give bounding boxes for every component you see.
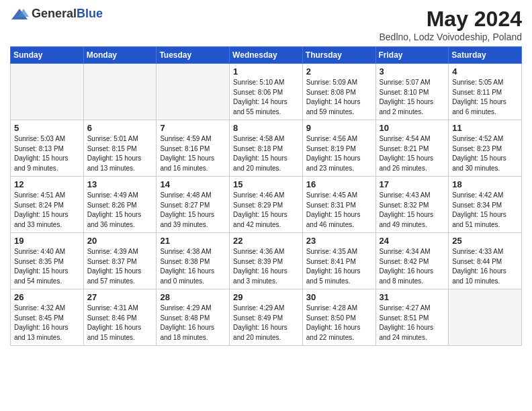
cell-info: Sunrise: 5:07 AMSunset: 8:10 PMDaylight:… xyxy=(380,78,445,117)
calendar-cell: 22Sunrise: 4:36 AMSunset: 8:39 PMDayligh… xyxy=(230,233,303,289)
day-number: 25 xyxy=(452,236,518,246)
cell-info: Sunrise: 5:10 AMSunset: 8:06 PMDaylight:… xyxy=(233,78,299,117)
calendar-week-row: 19Sunrise: 4:40 AMSunset: 8:35 PMDayligh… xyxy=(11,233,522,289)
calendar-cell: 21Sunrise: 4:38 AMSunset: 8:38 PMDayligh… xyxy=(157,233,230,289)
calendar-cell: 1Sunrise: 5:10 AMSunset: 8:06 PMDaylight… xyxy=(230,64,303,120)
day-number: 24 xyxy=(380,236,445,246)
cell-info: Sunrise: 5:05 AMSunset: 8:11 PMDaylight:… xyxy=(452,78,518,117)
calendar-cell: 25Sunrise: 4:33 AMSunset: 8:44 PMDayligh… xyxy=(449,233,522,289)
day-number: 23 xyxy=(306,236,372,246)
day-number: 4 xyxy=(452,66,518,77)
day-number: 12 xyxy=(14,179,80,189)
day-number: 1 xyxy=(233,66,299,77)
logo: GeneralBlue xyxy=(10,7,103,21)
cell-info: Sunrise: 4:32 AMSunset: 8:45 PMDaylight:… xyxy=(14,304,80,342)
weekday-header: Monday xyxy=(83,47,157,64)
day-number: 21 xyxy=(160,236,226,246)
calendar-cell: 26Sunrise: 4:32 AMSunset: 8:45 PMDayligh… xyxy=(11,289,84,346)
calendar-cell: 5Sunrise: 5:03 AMSunset: 8:13 PMDaylight… xyxy=(11,120,84,177)
calendar-cell: 2Sunrise: 5:09 AMSunset: 8:08 PMDaylight… xyxy=(302,64,375,120)
calendar-cell: 20Sunrise: 4:39 AMSunset: 8:37 PMDayligh… xyxy=(83,233,157,289)
calendar-cell: 13Sunrise: 4:49 AMSunset: 8:26 PMDayligh… xyxy=(83,177,157,233)
day-number: 2 xyxy=(306,66,372,77)
calendar-table: SundayMondayTuesdayWednesdayThursdayFrid… xyxy=(10,46,522,346)
cell-info: Sunrise: 4:48 AMSunset: 8:27 PMDaylight:… xyxy=(160,191,226,230)
calendar-cell: 4Sunrise: 5:05 AMSunset: 8:11 PMDaylight… xyxy=(449,64,522,120)
calendar-cell: 15Sunrise: 4:46 AMSunset: 8:29 PMDayligh… xyxy=(230,177,303,233)
calendar-cell: 11Sunrise: 4:52 AMSunset: 8:23 PMDayligh… xyxy=(449,120,522,177)
cell-info: Sunrise: 5:01 AMSunset: 8:15 PMDaylight:… xyxy=(87,134,153,173)
calendar-cell: 28Sunrise: 4:29 AMSunset: 8:48 PMDayligh… xyxy=(157,289,230,346)
cell-info: Sunrise: 4:34 AMSunset: 8:42 PMDaylight:… xyxy=(380,247,445,286)
cell-info: Sunrise: 4:45 AMSunset: 8:31 PMDaylight:… xyxy=(306,191,372,230)
weekday-header: Friday xyxy=(375,47,449,64)
cell-info: Sunrise: 4:54 AMSunset: 8:21 PMDaylight:… xyxy=(380,134,445,173)
calendar-cell: 16Sunrise: 4:45 AMSunset: 8:31 PMDayligh… xyxy=(302,177,375,233)
logo-blue: Blue xyxy=(77,7,103,20)
day-number: 9 xyxy=(306,123,372,133)
day-number: 5 xyxy=(14,123,80,133)
cell-info: Sunrise: 4:31 AMSunset: 8:46 PMDaylight:… xyxy=(87,304,153,342)
day-number: 14 xyxy=(160,179,226,189)
calendar-cell: 23Sunrise: 4:35 AMSunset: 8:41 PMDayligh… xyxy=(302,233,375,289)
weekday-row: SundayMondayTuesdayWednesdayThursdayFrid… xyxy=(11,47,522,64)
day-number: 17 xyxy=(380,179,445,189)
calendar-week-row: 26Sunrise: 4:32 AMSunset: 8:45 PMDayligh… xyxy=(11,289,522,346)
cell-info: Sunrise: 4:29 AMSunset: 8:48 PMDaylight:… xyxy=(160,304,226,342)
location: Bedlno, Lodz Voivodeship, Poland xyxy=(380,32,523,42)
calendar-week-row: 1Sunrise: 5:10 AMSunset: 8:06 PMDaylight… xyxy=(11,64,522,120)
cell-info: Sunrise: 4:40 AMSunset: 8:35 PMDaylight:… xyxy=(14,247,80,286)
page-header: GeneralBlue May 2024 Bedlno, Lodz Voivod… xyxy=(10,7,522,42)
weekday-header: Wednesday xyxy=(230,47,303,64)
weekday-header: Tuesday xyxy=(157,47,230,64)
calendar-week-row: 5Sunrise: 5:03 AMSunset: 8:13 PMDaylight… xyxy=(11,120,522,177)
cell-info: Sunrise: 4:35 AMSunset: 8:41 PMDaylight:… xyxy=(306,247,372,286)
cell-info: Sunrise: 4:43 AMSunset: 8:32 PMDaylight:… xyxy=(380,191,445,230)
calendar-cell: 29Sunrise: 4:29 AMSunset: 8:49 PMDayligh… xyxy=(230,289,303,346)
calendar-cell: 10Sunrise: 4:54 AMSunset: 8:21 PMDayligh… xyxy=(375,120,449,177)
cell-info: Sunrise: 4:33 AMSunset: 8:44 PMDaylight:… xyxy=(452,247,518,286)
cell-info: Sunrise: 4:46 AMSunset: 8:29 PMDaylight:… xyxy=(233,191,299,230)
day-number: 22 xyxy=(233,236,299,246)
calendar-cell: 30Sunrise: 4:28 AMSunset: 8:50 PMDayligh… xyxy=(302,289,375,346)
calendar-cell xyxy=(449,289,522,346)
calendar-cell xyxy=(11,64,84,120)
calendar-cell: 17Sunrise: 4:43 AMSunset: 8:32 PMDayligh… xyxy=(375,177,449,233)
cell-info: Sunrise: 4:36 AMSunset: 8:39 PMDaylight:… xyxy=(233,247,299,286)
logo-text: GeneralBlue xyxy=(32,7,103,21)
cell-info: Sunrise: 4:59 AMSunset: 8:16 PMDaylight:… xyxy=(160,134,226,173)
calendar-header: SundayMondayTuesdayWednesdayThursdayFrid… xyxy=(11,47,522,64)
month-year: May 2024 xyxy=(380,7,523,32)
day-number: 11 xyxy=(452,123,518,133)
cell-info: Sunrise: 4:27 AMSunset: 8:51 PMDaylight:… xyxy=(380,304,445,342)
cell-info: Sunrise: 4:39 AMSunset: 8:37 PMDaylight:… xyxy=(87,247,153,286)
calendar-cell: 7Sunrise: 4:59 AMSunset: 8:16 PMDaylight… xyxy=(157,120,230,177)
day-number: 20 xyxy=(87,236,153,246)
logo-icon xyxy=(10,7,29,21)
calendar-cell xyxy=(157,64,230,120)
calendar-cell: 27Sunrise: 4:31 AMSunset: 8:46 PMDayligh… xyxy=(83,289,157,346)
calendar-cell: 24Sunrise: 4:34 AMSunset: 8:42 PMDayligh… xyxy=(375,233,449,289)
day-number: 30 xyxy=(306,292,372,302)
day-number: 27 xyxy=(87,292,153,302)
cell-info: Sunrise: 4:49 AMSunset: 8:26 PMDaylight:… xyxy=(87,191,153,230)
calendar-cell xyxy=(83,64,157,120)
calendar-cell: 31Sunrise: 4:27 AMSunset: 8:51 PMDayligh… xyxy=(375,289,449,346)
weekday-header: Sunday xyxy=(11,47,84,64)
day-number: 8 xyxy=(233,123,299,133)
logo-general: General xyxy=(32,7,77,20)
cell-info: Sunrise: 4:52 AMSunset: 8:23 PMDaylight:… xyxy=(452,134,518,173)
weekday-header: Thursday xyxy=(302,47,375,64)
calendar-cell: 19Sunrise: 4:40 AMSunset: 8:35 PMDayligh… xyxy=(11,233,84,289)
calendar-cell: 3Sunrise: 5:07 AMSunset: 8:10 PMDaylight… xyxy=(375,64,449,120)
day-number: 31 xyxy=(380,292,445,302)
cell-info: Sunrise: 4:56 AMSunset: 8:19 PMDaylight:… xyxy=(306,134,372,173)
day-number: 26 xyxy=(14,292,80,302)
calendar-cell: 18Sunrise: 4:42 AMSunset: 8:34 PMDayligh… xyxy=(449,177,522,233)
cell-info: Sunrise: 4:38 AMSunset: 8:38 PMDaylight:… xyxy=(160,247,226,286)
title-block: May 2024 Bedlno, Lodz Voivodeship, Polan… xyxy=(380,7,523,42)
day-number: 16 xyxy=(306,179,372,189)
calendar-cell: 8Sunrise: 4:58 AMSunset: 8:18 PMDaylight… xyxy=(230,120,303,177)
day-number: 18 xyxy=(452,179,518,189)
day-number: 13 xyxy=(87,179,153,189)
